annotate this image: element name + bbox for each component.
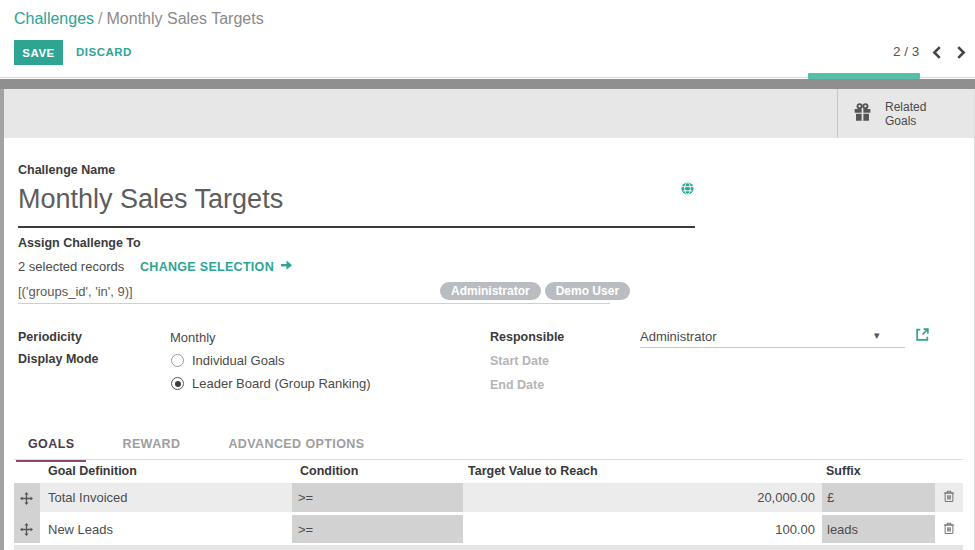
change-selection-link[interactable]: CHANGE SELECTION bbox=[140, 259, 293, 274]
periodicity-value[interactable]: Monthly bbox=[170, 330, 216, 345]
goals-table: Goal Definition Condition Target Value t… bbox=[14, 459, 963, 550]
challenge-name-input[interactable]: Monthly Sales Targets bbox=[18, 184, 695, 215]
header-target-value: Target Value to Reach bbox=[468, 464, 598, 478]
trash-icon bbox=[943, 489, 955, 506]
challenge-form-page: Challenges/Monthly Sales Targets SAVE DI… bbox=[0, 0, 975, 550]
external-link-icon[interactable] bbox=[915, 327, 930, 346]
table-top-border bbox=[14, 459, 963, 460]
display-mode-label: Display Mode bbox=[18, 352, 99, 366]
move-cross-icon[interactable] bbox=[20, 491, 33, 509]
header-suffix: Suffix bbox=[826, 464, 861, 478]
discard-button[interactable]: DISCARD bbox=[76, 46, 132, 58]
delete-row-button[interactable] bbox=[935, 483, 963, 512]
selected-records-text: 2 selected records bbox=[18, 259, 124, 274]
cell-target-value[interactable]: 100.00 bbox=[463, 515, 822, 543]
radio-button-unchecked[interactable] bbox=[171, 354, 184, 367]
radio-individual-goals[interactable]: Individual Goals bbox=[171, 353, 285, 368]
trash-icon bbox=[943, 521, 955, 538]
pager-next-button[interactable] bbox=[956, 45, 967, 63]
periodicity-label: Periodicity bbox=[18, 330, 82, 344]
responsible-label: Responsible bbox=[490, 330, 564, 344]
cell-suffix[interactable]: leads bbox=[822, 515, 935, 543]
header-condition: Condition bbox=[300, 464, 358, 478]
breadcrumb: Challenges/Monthly Sales Targets bbox=[14, 10, 264, 28]
next-row-strip bbox=[14, 545, 963, 550]
challenge-name-label: Challenge Name bbox=[18, 163, 115, 177]
end-date-label: End Date bbox=[490, 378, 544, 392]
breadcrumb-challenges-link[interactable]: Challenges bbox=[14, 10, 94, 27]
cell-suffix[interactable]: £ bbox=[822, 483, 935, 512]
arrow-right-icon bbox=[280, 259, 293, 274]
cell-goal-definition[interactable]: New Leads bbox=[40, 515, 292, 543]
cell-target-value[interactable]: 20,000.00 bbox=[463, 483, 822, 512]
tag-demo-user: Demo User bbox=[545, 282, 630, 300]
gift-icon bbox=[852, 101, 873, 127]
form-statusbar: Related Goals bbox=[0, 89, 975, 138]
responsible-input[interactable]: Administrator bbox=[640, 329, 717, 344]
drag-handle-column bbox=[14, 483, 40, 543]
domain-underline bbox=[18, 303, 610, 304]
user-tags: Administrator Demo User bbox=[440, 282, 630, 300]
header-goal-definition: Goal Definition bbox=[48, 464, 137, 478]
radio-leader-board[interactable]: Leader Board (Group Ranking) bbox=[171, 376, 371, 391]
related-goals-button[interactable]: Related Goals bbox=[838, 89, 975, 138]
pager-count: 2 / 3 bbox=[893, 44, 919, 59]
breadcrumb-separator: / bbox=[94, 10, 106, 27]
tag-administrator: Administrator bbox=[440, 282, 541, 300]
move-cross-icon[interactable] bbox=[20, 522, 33, 540]
start-date-label: Start Date bbox=[490, 354, 549, 368]
domain-input[interactable]: [('groups_id', 'in', 9)] bbox=[18, 284, 133, 299]
statusbar-top-band bbox=[0, 79, 975, 89]
related-goals-label: Related Goals bbox=[885, 100, 926, 128]
assign-challenge-label: Assign Challenge To bbox=[18, 236, 141, 250]
responsible-underline bbox=[640, 347, 905, 348]
chevron-down-icon[interactable]: ▾ bbox=[874, 329, 880, 342]
pager-previous-button[interactable] bbox=[931, 45, 942, 63]
translate-globe-icon[interactable] bbox=[681, 181, 694, 199]
cell-goal-definition[interactable]: Total Invoiced bbox=[40, 483, 292, 512]
challenge-name-underline bbox=[18, 226, 695, 228]
sheet-left-edge bbox=[0, 89, 4, 550]
radio-button-checked[interactable] bbox=[171, 377, 184, 390]
cell-condition[interactable]: >= bbox=[292, 483, 463, 512]
breadcrumb-current: Monthly Sales Targets bbox=[107, 10, 264, 27]
cell-condition[interactable]: >= bbox=[292, 515, 463, 543]
delete-row-button[interactable] bbox=[935, 515, 963, 543]
save-button[interactable]: SAVE bbox=[14, 40, 63, 65]
